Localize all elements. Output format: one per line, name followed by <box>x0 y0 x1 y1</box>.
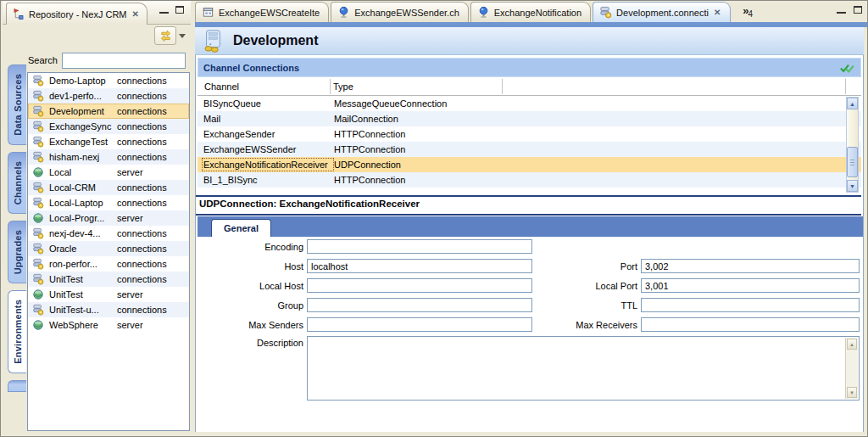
table-row-exchangenotificationreceiver[interactable]: ExchangeNotificationReceiver UDPConnecti… <box>198 157 861 172</box>
connections-icon <box>32 136 44 148</box>
nexj-studio-window: Repository - NexJ CRM ✕ Data Sources Cha… <box>0 0 868 437</box>
form-field-local-host: Local Host <box>198 278 532 293</box>
channel-connections-header: Channel Connections <box>198 58 861 77</box>
scrollbar-thumb[interactable] <box>847 147 858 177</box>
list-item-local-progr[interactable]: Local-Progr... server <box>28 210 189 226</box>
validate-check-icon[interactable] <box>839 62 855 74</box>
sidebar-tab-data-sources[interactable]: Data Sources <box>8 64 26 145</box>
list-item-demo-laptop[interactable]: Demo-Laptop connections <box>28 73 189 88</box>
description-scrollbar[interactable]: ▲ ▼ <box>845 338 858 399</box>
table-row-mail[interactable]: Mail MailConnection <box>198 111 861 126</box>
list-item-websphere[interactable]: WebSphere server <box>28 317 189 333</box>
scroll-up-icon[interactable]: ▲ <box>847 98 858 109</box>
repository-icon <box>12 8 25 20</box>
list-item-oracle[interactable]: Oracle connections <box>28 241 189 256</box>
connections-icon <box>32 258 44 270</box>
sidebar-tab-environments[interactable]: Environments <box>8 290 26 373</box>
tab-general[interactable]: General <box>211 219 271 237</box>
column-header-channel[interactable]: Channel <box>204 81 239 92</box>
link-with-editor-button[interactable] <box>154 26 176 45</box>
list-item-hisham-nexj[interactable]: hisham-nexj connections <box>28 149 189 165</box>
list-item-nexj-dev-4[interactable]: nexj-dev-4... connections <box>28 226 189 241</box>
channel-connections-table: Channel Type BISyncQueue MessageQueueCon… <box>198 78 861 194</box>
connections-icon <box>32 75 44 87</box>
field-max-senders-input[interactable] <box>307 317 532 332</box>
detail-tab-bar: General <box>198 216 863 237</box>
form-field-ttl: TTL <box>527 298 860 312</box>
connections-icon <box>32 227 44 239</box>
form-field-encoding: Encoding <box>198 239 532 254</box>
connections-icon <box>32 120 44 132</box>
field-local-port-input[interactable] <box>641 278 860 293</box>
table-row-exchangesender[interactable]: ExchangeSender HTTPConnection <box>198 126 861 142</box>
table-row-bisyncqueue[interactable]: BISyncQueue MessageQueueConnection <box>198 96 861 111</box>
maximize-icon[interactable] <box>854 6 862 14</box>
connections-icon <box>32 304 44 316</box>
divider <box>196 214 861 216</box>
server-icon <box>32 166 44 178</box>
form-field-max-senders: Max Senders <box>198 317 532 332</box>
editor-body: Channel Connections Channel Type BISyncQ… <box>195 55 864 434</box>
list-item-local-laptop[interactable]: Local-Laptop connections <box>28 195 189 210</box>
form-left-column: Encoding Host Local Host Group Max Sende… <box>198 239 532 337</box>
editor-tab-exchangenotification[interactable]: ExchangeNotification ✕ <box>470 2 591 22</box>
list-item-dev1-perfo[interactable]: dev1-perfo... connections <box>28 88 189 104</box>
connections-icon <box>32 105 44 117</box>
more-tabs-indicator[interactable]: »4 <box>739 3 755 22</box>
table-row-exchangeewssender[interactable]: ExchangeEWSSender HTTPConnection <box>198 142 861 157</box>
double-chevron-icon: » <box>743 4 747 17</box>
list-item-unittest[interactable]: UnitTest server <box>28 287 189 302</box>
create-icon <box>202 6 214 19</box>
description-textarea[interactable]: ▲ ▼ <box>307 336 860 401</box>
column-header-type[interactable]: Type <box>333 81 353 92</box>
editor-tab-development-connecti[interactable]: Development.connecti ✕ <box>593 2 731 22</box>
server-icon <box>32 289 44 300</box>
list-item-development[interactable]: Development connections <box>28 104 189 119</box>
close-icon[interactable]: ✕ <box>131 9 140 19</box>
scroll-up-icon[interactable]: ▲ <box>847 339 857 350</box>
field-local-host-input[interactable] <box>307 278 532 293</box>
sidebar-tab-upgrades[interactable]: Upgrades <box>8 221 26 283</box>
field-encoding-input[interactable] <box>307 239 532 254</box>
detail-header: UDPConnection: ExchangeNotificationRecei… <box>199 199 420 209</box>
server-icon <box>32 319 44 331</box>
sidebar-tab-partial[interactable] <box>8 380 26 392</box>
list-item-local[interactable]: Local server <box>28 165 189 180</box>
list-item-local-crm[interactable]: Local-CRM connections <box>28 180 189 195</box>
field-port-input[interactable] <box>641 259 860 273</box>
search-input[interactable] <box>62 53 186 69</box>
minimize-icon[interactable] <box>837 6 846 14</box>
section-title: Channel Connections <box>203 63 299 73</box>
form-field-host: Host <box>198 259 532 273</box>
list-item-ron-perfor[interactable]: ron-perfor... connections <box>28 256 189 272</box>
maximize-icon[interactable] <box>175 6 184 14</box>
connections-icon <box>32 151 44 163</box>
scrollbar-track[interactable] <box>847 109 858 180</box>
field-ttl-input[interactable] <box>641 298 860 312</box>
minimize-icon[interactable] <box>159 6 169 14</box>
scroll-down-icon[interactable]: ▼ <box>847 180 858 192</box>
editor-tab-exchangeewssender-ch[interactable]: ExchangeEWSSender.ch ✕ <box>331 2 469 22</box>
form-field-port: Port <box>527 259 860 273</box>
list-item-unittest[interactable]: UnitTest connections <box>28 272 189 287</box>
field-max-receivers-input[interactable] <box>641 317 860 332</box>
connections-icon <box>32 197 44 209</box>
editor-tab-bar: ExchangeEWSCreateIte ✕ ExchangeEWSSender… <box>195 1 867 22</box>
field-host-input[interactable] <box>307 259 532 273</box>
sync-arrows-icon <box>159 30 173 42</box>
repository-view-tab[interactable]: Repository - NexJ CRM ✕ <box>6 3 147 25</box>
list-item-unittest-u[interactable]: UnitTest-u... connections <box>28 302 189 317</box>
list-item-exchangetest[interactable]: ExchangeTest connections <box>28 134 189 149</box>
form-field-local-port: Local Port <box>527 278 860 293</box>
close-icon[interactable]: ✕ <box>713 8 721 17</box>
editor-tab-exchangeewscreateite[interactable]: ExchangeEWSCreateIte ✕ <box>195 2 329 22</box>
view-menu-chevron-icon[interactable] <box>179 34 186 38</box>
field-group-input[interactable] <box>307 298 532 312</box>
sidebar-tab-channels[interactable]: Channels <box>8 152 26 214</box>
description-label: Description <box>198 338 303 348</box>
repository-view-tab-bar: Repository - NexJ CRM ✕ <box>3 1 191 25</box>
table-scrollbar[interactable]: ▲ ▼ <box>846 97 859 193</box>
table-row-bi-1-bisync[interactable]: BI_1_BISync HTTPConnection <box>198 172 861 188</box>
scroll-down-icon[interactable]: ▼ <box>847 387 857 398</box>
list-item-exchangesync[interactable]: ExchangeSync connections <box>28 119 189 134</box>
